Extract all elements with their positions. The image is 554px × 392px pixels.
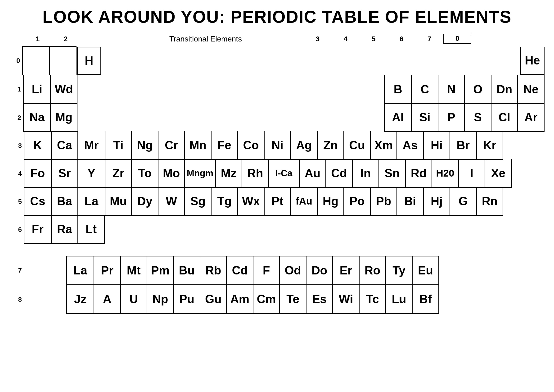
element-G: G (450, 187, 476, 215)
element-Tc: Tc (359, 285, 385, 313)
element-Er: Er (332, 256, 359, 284)
element-Hi: Hi (423, 131, 450, 159)
element-Fe: Fe (211, 131, 237, 159)
cell-empty (132, 104, 160, 132)
element-Mu: Mu (105, 187, 131, 215)
element-Ni: Ni (264, 131, 290, 159)
element-La2: La (67, 256, 94, 284)
col-header-5: 5 (360, 35, 388, 43)
cell-empty (157, 47, 185, 75)
element-F: F (253, 256, 279, 284)
element-Po: Po (343, 187, 370, 215)
element-Ca: Ca (51, 131, 77, 159)
element-A: A (94, 285, 120, 313)
element-ICa: I-Ca (268, 159, 299, 187)
element-Bi: Bi (396, 187, 423, 215)
element-Cl: Cl (491, 103, 517, 131)
cell-empty (356, 75, 384, 103)
element-Mr: Mr (78, 131, 105, 159)
cell-empty (160, 75, 188, 103)
element-Zr: Zr (105, 159, 131, 187)
element-Xm: Xm (370, 131, 396, 159)
cell-empty (436, 47, 464, 75)
element-Rd: Rd (405, 159, 432, 187)
element-Am: Am (226, 285, 253, 313)
cell-empty (129, 47, 157, 75)
element-Do: Do (306, 256, 332, 284)
element-Ty: Ty (385, 256, 412, 284)
element-O: O (464, 75, 491, 103)
element-Rn: Rn (476, 187, 503, 215)
col-header-2: 2 (52, 35, 80, 43)
cell-empty (160, 104, 188, 132)
element-Es: Es (306, 285, 332, 313)
cell-empty (328, 75, 356, 103)
element-Cr: Cr (158, 131, 184, 159)
element-Wx: Wx (237, 187, 264, 215)
cell-empty (325, 47, 353, 75)
row-label-5: 5 (9, 198, 24, 205)
element-Te: Te (279, 285, 306, 313)
cell-empty (101, 47, 129, 75)
lant-row-label-7: 7 (9, 267, 24, 274)
element-Mt: Mt (120, 256, 147, 284)
element-Y: Y (78, 159, 105, 187)
element-Bf: Bf (412, 285, 438, 313)
element-Cm: Cm (253, 285, 279, 313)
element-Rh: Rh (242, 159, 268, 187)
element-Rb: Rb (200, 256, 226, 284)
element-P: P (438, 103, 464, 131)
element-Dy: Dy (131, 187, 158, 215)
element-Bu: Bu (173, 256, 200, 284)
element-Mz: Mz (215, 159, 242, 187)
cell-empty (132, 75, 160, 103)
element-Ne: Ne (517, 75, 544, 103)
element-Ba: Ba (51, 187, 77, 215)
cell-empty (244, 75, 272, 103)
element-S: S (464, 103, 491, 131)
element-Ti: Ti (105, 131, 131, 159)
col-header-3: 3 (304, 35, 332, 43)
element-Mngm: Mngm (184, 159, 215, 187)
cell-empty (104, 104, 132, 132)
element-I: I (458, 159, 485, 187)
element-To: To (131, 159, 158, 187)
cell-empty (216, 104, 244, 132)
element-La: La (78, 187, 105, 215)
periodic-table: 1 2 Transitional Elements 3 4 5 6 7 0 0 … (9, 34, 545, 314)
col-header-7: 7 (416, 35, 443, 43)
cell-empty (272, 75, 300, 103)
cell-empty (409, 47, 436, 75)
element-Zn: Zn (317, 131, 343, 159)
element-Na: Na (24, 103, 50, 131)
element-Fr: Fr (24, 215, 51, 243)
transition-label: Transitional Elements (108, 35, 304, 43)
element-Ar: Ar (517, 103, 544, 131)
cell-empty (185, 47, 213, 75)
cell-empty (328, 104, 356, 132)
element-Jz: Jz (67, 285, 94, 313)
lant-row-label-8: 8 (9, 296, 24, 303)
row-label-3: 3 (9, 142, 24, 150)
row-label-6: 6 (9, 226, 24, 233)
element-Ra: Ra (51, 215, 77, 243)
cell-empty (464, 47, 492, 75)
element-Pu: Pu (173, 285, 200, 313)
cell-empty (241, 47, 269, 75)
element-Li: Li (24, 75, 50, 103)
element-Np: Np (147, 285, 173, 313)
cell-empty (104, 75, 132, 103)
cell-empty (213, 47, 241, 75)
element-C: C (411, 75, 438, 103)
element-Od: Od (279, 256, 306, 284)
element-Ag: Ag (290, 131, 317, 159)
element-W: W (158, 187, 184, 215)
cell-empty (356, 104, 384, 132)
element-H20: H20 (432, 159, 458, 187)
element-Pt: Pt (264, 187, 290, 215)
element-He: He (520, 47, 545, 75)
element-H: H (77, 47, 101, 75)
cell-empty (77, 75, 104, 103)
cell-empty (272, 104, 300, 132)
row-label-4: 4 (9, 170, 24, 177)
